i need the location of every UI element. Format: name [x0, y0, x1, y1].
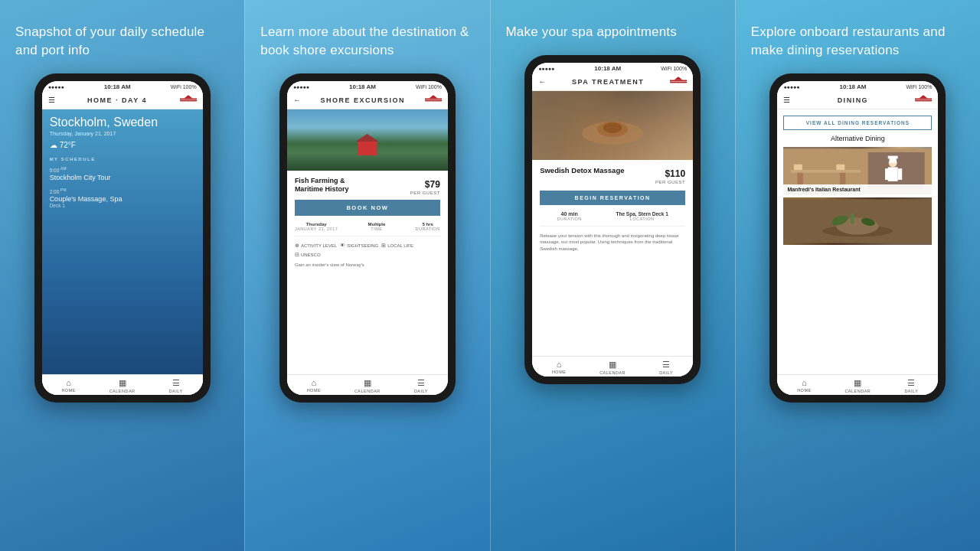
red-house [358, 140, 377, 155]
svg-rect-26 [794, 164, 802, 169]
panel-4-caption: Explore onboard restaurants and make din… [751, 23, 965, 60]
schedule-label: MY SCHEDULE [50, 157, 195, 161]
city-name: Stockholm, Sweden [50, 116, 195, 129]
excursion-price-block: $79 PER GUEST [410, 177, 440, 195]
tab-home-2[interactable]: ⌂ HOME [287, 378, 341, 393]
shore-tags: ⊕ ACTIVITY LEVEL 👁 SIGHTSEEING ⊞ LOCAL L… [295, 243, 440, 258]
panel-3-caption: Make your spa appointments [506, 23, 720, 41]
tab-home-3[interactable]: ⌂ HOME [532, 360, 586, 375]
svg-rect-24 [798, 172, 803, 185]
spa-dur-val: 40 min [557, 211, 581, 217]
svg-marker-2 [184, 95, 192, 98]
excursion-per-guest: PER GUEST [410, 191, 440, 195]
tab-bar-4: ⌂ HOME ▦ CALENDAR ☰ DAILY [777, 374, 938, 395]
spa-detail-area: Swedish Detox Massage $110 PER GUEST BEG… [532, 160, 693, 356]
time-display: 10:18 AM [104, 83, 131, 90]
cal-icon-4: ▦ [854, 378, 861, 388]
tab-bar-1: ⌂ HOME ▦ CALENDAR ☰ DAILY [42, 374, 203, 395]
tab-calendar-4[interactable]: ▦ CALENDAR [831, 378, 884, 393]
tab-daily-3[interactable]: ☰ DAILY [639, 360, 693, 375]
tab-calendar-2[interactable]: ▦ CALENDAR [341, 378, 394, 393]
nav-title-4: DINING [838, 96, 869, 104]
status-bar-3: ●●●●● 10:18 AM WiFi 100% [532, 63, 693, 73]
view-all-dining-button[interactable]: VIEW ALL DINING RESERVATIONS [783, 116, 932, 130]
excursion-title: Fish Farming &Maritime History [295, 177, 349, 194]
tab-home-4[interactable]: ⌂ HOME [777, 378, 831, 393]
svg-rect-7 [670, 82, 687, 83]
status-bar-1: ●●●●● 10:18 AM WiFi 100% [42, 81, 203, 92]
info-time: Multiple TIME [368, 222, 386, 231]
home-label-3: HOME [552, 370, 567, 374]
restaurant-card-2[interactable] [783, 197, 932, 245]
home-label-2: HOME [307, 388, 322, 393]
home-label-4: HOME [797, 388, 812, 393]
activity-icon: ⊕ [295, 243, 299, 249]
svg-rect-22 [888, 155, 898, 158]
excursion-price: $79 [425, 179, 440, 190]
daily-icon-4: ☰ [907, 378, 915, 388]
tab-daily-4[interactable]: ☰ DAILY [884, 378, 938, 393]
svg-rect-3 [425, 98, 442, 99]
schedule-name-2: Couple's Massage, Spa [50, 195, 195, 203]
schedule-item-1: 9:00 AM Stockholm City Tour [50, 166, 195, 181]
tab-daily-1[interactable]: ☰ DAILY [149, 378, 203, 393]
menu-icon[interactable]: ☰ [48, 96, 55, 104]
battery-level: 100% [183, 84, 197, 90]
svg-rect-18 [888, 167, 898, 181]
viking-logo-3 [670, 77, 687, 87]
city-date: Thursday, January 21, 2017 [50, 131, 195, 136]
wifi-4: WiFi [906, 84, 916, 90]
tab-calendar-1[interactable]: ▦ CALENDAR [96, 378, 149, 393]
tag-local: ⊞ LOCAL LIFE [381, 243, 413, 249]
restaurant-card-1[interactable]: Manfredi's Italian Restaurant [783, 147, 932, 194]
daily-tab-icon: ☰ [172, 378, 180, 388]
weather-temp: 72°F [60, 141, 76, 149]
nav-bar-2: ← SHORE EXCURSION [287, 92, 448, 109]
shore-description: Gain an insider's view of Norway's [295, 262, 440, 268]
tab-bar-3: ⌂ HOME ▦ CALENDAR ☰ DAILY [532, 356, 693, 377]
tab-daily-2[interactable]: ☰ DAILY [394, 378, 448, 393]
spa-loc-val: The Spa, Stern Deck 1 [616, 211, 668, 217]
shore-info-row: Thursday JANUARY 21, 2017 Multiple TIME … [295, 222, 440, 236]
weather-icon: ☁ [50, 141, 57, 149]
info-time-val: Multiple [368, 222, 386, 227]
nav-bar-3: ← SPA TREATMENT [532, 73, 693, 91]
spa-description: Release your tension with this thorough … [540, 233, 685, 252]
tag-sightseeing-label: SIGHTSEEING [347, 243, 378, 248]
spa-loc-label: LOCATION [616, 217, 668, 221]
nav-bar-4: ☰ DINING [777, 92, 938, 109]
spa-header: Swedish Detox Massage $110 PER GUEST [540, 166, 685, 184]
schedule-item-2: 2:00 PM Couple's Massage, Spa Deck 1 [50, 187, 195, 208]
shore-detail-area: Fish Farming &Maritime History $79 PER G… [287, 171, 448, 374]
battery-wifi: WiFi 100% [171, 84, 197, 90]
book-now-button[interactable]: BOOK NOW [295, 200, 440, 216]
tab-calendar-3[interactable]: ▦ CALENDAR [586, 360, 639, 375]
bat-3: WiFi 100% [661, 66, 687, 71]
begin-reservation-button[interactable]: BEGIN RESERVATION [540, 191, 685, 205]
wifi-2: WiFi [416, 84, 426, 90]
svg-marker-14 [920, 95, 928, 98]
panel-2-caption: Learn more about the destination & book … [260, 23, 474, 60]
nav-title-2: SHORE EXCURSION [321, 96, 406, 104]
back-icon-3[interactable]: ← [538, 77, 546, 86]
tab-home-1[interactable]: ⌂ HOME [42, 378, 96, 393]
calendar-tab-icon: ▦ [119, 378, 126, 388]
menu-icon-4[interactable]: ☰ [783, 96, 790, 104]
status-bar-2: ●●●●● 10:18 AM WiFi 100% [287, 81, 448, 92]
daily-label-4: DAILY [904, 389, 918, 393]
svg-rect-6 [670, 80, 687, 81]
phone-1: ●●●●● 10:18 AM WiFi 100% ☰ HOME · DAY 4 [34, 73, 211, 403]
svg-rect-27 [837, 164, 845, 169]
phone-4: ●●●●● 10:18 AM WiFi 100% ☰ DINING VIE [769, 73, 946, 403]
screen-2: ●●●●● 10:18 AM WiFi 100% ← SHORE EXCURSI… [287, 81, 448, 395]
dining-content-area: VIEW ALL DINING RESERVATIONS Alternative… [777, 109, 938, 374]
home-icon-3: ⌂ [557, 360, 562, 369]
calendar-tab-label: CALENDAR [109, 389, 136, 393]
restaurant-name-1: Manfredi's Italian Restaurant [783, 184, 932, 194]
home-tab-icon: ⌂ [66, 378, 71, 387]
schedule-time-1: 9:00 AM [50, 166, 195, 173]
back-icon[interactable]: ← [293, 96, 301, 104]
calendar-icon-2: ▦ [364, 378, 371, 388]
info-dur-label: DURATION [416, 227, 440, 231]
time-3: 10:18 AM [594, 65, 621, 72]
